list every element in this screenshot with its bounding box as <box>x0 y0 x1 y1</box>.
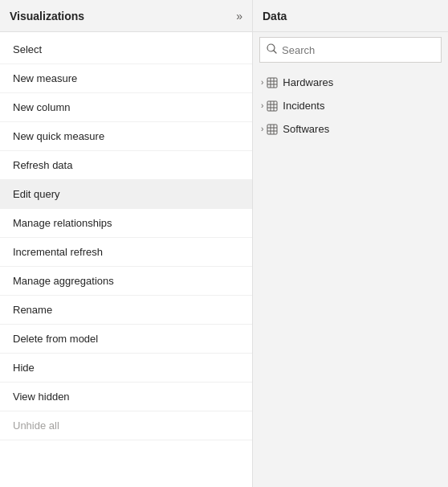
chevron-right-icon: › <box>261 78 263 87</box>
svg-line-1 <box>274 51 276 53</box>
menu-item-label-manage-relationships: Manage relationships <box>13 217 112 229</box>
menu-item-label-view-hidden: View hidden <box>13 391 70 403</box>
data-item-label-incidents: Incidents <box>283 100 324 112</box>
menu-item-edit-query[interactable]: Edit query <box>0 180 252 209</box>
menu-item-label-incremental-refresh: Incremental refresh <box>13 246 103 258</box>
table-icon <box>267 77 278 88</box>
menu-item-label-manage-aggregations: Manage aggregations <box>13 275 114 287</box>
search-input[interactable] <box>282 44 434 56</box>
menu-item-label-hide: Hide <box>13 362 35 374</box>
menu-item-label-unhide-all: Unhide all <box>13 419 59 432</box>
menu-item-select[interactable]: Select <box>0 35 252 64</box>
visualizations-panel: Visualizations » SelectNew measureNew co… <box>0 0 253 487</box>
visualizations-title: Visualizations <box>10 10 84 23</box>
menu-item-manage-aggregations[interactable]: Manage aggregations <box>0 267 252 296</box>
expand-icon[interactable]: » <box>236 10 242 23</box>
menu-item-new-measure[interactable]: New measure <box>0 64 252 93</box>
menu-item-label-new-measure: New measure <box>13 72 77 84</box>
menu-item-incremental-refresh[interactable]: Incremental refresh <box>0 238 252 267</box>
table-icon <box>267 124 278 135</box>
menu-item-label-new-quick-measure: New quick measure <box>13 130 104 142</box>
table-icon <box>267 100 278 112</box>
data-item-label-softwares: Softwares <box>283 123 329 135</box>
menu-item-delete-from-model[interactable]: Delete from model <box>0 325 252 354</box>
data-item-softwares[interactable]: › Softwares <box>253 117 448 141</box>
menu-item-refresh-data[interactable]: Refresh data <box>0 151 252 180</box>
menu-item-new-column[interactable]: New column <box>0 93 252 122</box>
data-header: Data <box>253 0 448 32</box>
data-panel: Data › Hardwares› Incidents› <box>253 0 448 487</box>
chevron-right-icon: › <box>261 125 263 133</box>
menu-item-manage-relationships[interactable]: Manage relationships <box>0 209 252 238</box>
menu-item-label-select: Select <box>13 43 42 55</box>
data-item-incidents[interactable]: › Incidents <box>253 94 448 117</box>
menu-item-unhide-all: Unhide all <box>0 411 252 440</box>
data-item-label-hardwares: Hardwares <box>283 76 333 88</box>
svg-rect-7 <box>267 101 277 111</box>
menu-item-rename[interactable]: Rename <box>0 296 252 325</box>
svg-rect-12 <box>267 125 277 134</box>
context-menu: SelectNew measureNew columnNew quick mea… <box>0 32 252 487</box>
menu-item-new-quick-measure[interactable]: New quick measure <box>0 122 252 151</box>
search-icon <box>267 43 277 56</box>
menu-item-label-delete-from-model: Delete from model <box>13 333 98 345</box>
search-box[interactable] <box>259 37 442 63</box>
menu-item-view-hidden[interactable]: View hidden <box>0 383 252 411</box>
chevron-right-icon: › <box>261 101 263 110</box>
menu-item-label-rename: Rename <box>13 304 52 316</box>
data-title: Data <box>263 10 287 23</box>
menu-item-label-new-column: New column <box>13 101 71 113</box>
visualizations-header: Visualizations » <box>0 0 252 32</box>
menu-item-label-refresh-data: Refresh data <box>13 159 72 171</box>
data-item-hardwares[interactable]: › Hardwares <box>253 71 448 94</box>
menu-item-label-edit-query: Edit query <box>13 188 60 200</box>
menu-item-hide[interactable]: Hide <box>0 354 252 383</box>
svg-rect-2 <box>267 78 277 88</box>
data-list: › Hardwares› Incidents› Softwares <box>253 68 448 144</box>
